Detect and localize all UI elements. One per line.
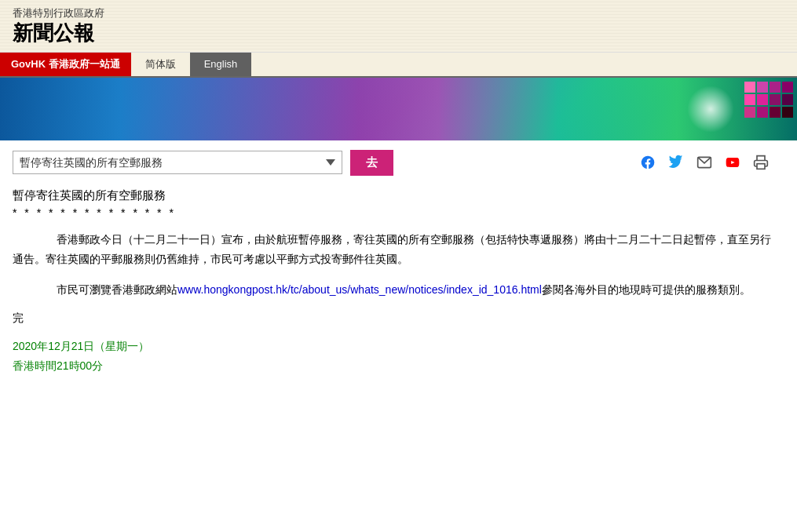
article-paragraph-2: 市民可瀏覽香港郵政網站www.hongkongpost.hk/tc/about_… xyxy=(13,280,773,300)
banner-square-10 xyxy=(770,107,781,118)
banner-square-11 xyxy=(782,107,793,118)
banner-square-6 xyxy=(770,94,781,105)
svg-rect-1 xyxy=(757,164,765,169)
banner-square-2 xyxy=(770,82,781,93)
email-icon[interactable] xyxy=(693,151,716,174)
article-date: 2020年12月21日（星期一） 香港時間21時00分 xyxy=(13,337,773,376)
banner-overlay xyxy=(0,78,797,140)
page-header: 香港特別行政區政府 新聞公報 xyxy=(0,0,797,53)
banner-square-7 xyxy=(782,94,793,105)
hongkongpost-link[interactable]: www.hongkongpost.hk/tc/about_us/whats_ne… xyxy=(177,283,542,296)
social-icons-group xyxy=(636,151,773,174)
article-body: 香港郵政今日（十二月二十一日）宣布，由於航班暫停服務，寄往英國的所有空郵服務（包… xyxy=(13,230,773,301)
date-line1: 2020年12月21日（星期一） xyxy=(13,337,773,356)
english-link[interactable]: English xyxy=(190,53,252,76)
banner-light-accent xyxy=(687,86,734,133)
govhk-nav-item[interactable]: GovHK 香港政府一站通 xyxy=(0,53,131,76)
banner-squares xyxy=(744,82,793,118)
article-dropdown[interactable]: 暫停寄往英國的所有空郵服務 xyxy=(13,151,342,174)
banner-square-9 xyxy=(757,107,768,118)
banner-square-3 xyxy=(782,82,793,93)
youtube-icon[interactable] xyxy=(721,151,744,174)
banner-square-5 xyxy=(757,94,768,105)
content-area: 暫停寄往英國的所有空郵服務 去 暫停寄往英國的所有空郵服務 * * * * * … xyxy=(0,140,785,385)
article-end: 完 xyxy=(13,312,773,326)
banner-square-8 xyxy=(744,107,755,118)
gov-title: 香港特別行政區政府 xyxy=(13,6,784,20)
simplified-chinese-link[interactable]: 简体版 xyxy=(131,53,190,76)
nav-bar: GovHK 香港政府一站通 简体版 English xyxy=(0,53,797,78)
go-button[interactable]: 去 xyxy=(350,150,393,176)
article-title: 暫停寄往英國的所有空郵服務 xyxy=(13,188,773,203)
article-paragraph-1: 香港郵政今日（十二月二十一日）宣布，由於航班暫停服務，寄往英國的所有空郵服務（包… xyxy=(13,230,773,269)
banner-square-1 xyxy=(757,82,768,93)
print-icon[interactable] xyxy=(749,151,773,174)
language-nav: 简体版 English xyxy=(131,53,252,76)
twitter-icon[interactable] xyxy=(664,151,688,174)
main-title: 新聞公報 xyxy=(13,20,784,47)
article-stars: * * * * * * * * * * * * * * xyxy=(13,206,773,219)
banner xyxy=(0,78,797,140)
toolbar-row: 暫停寄往英國的所有空郵服務 去 xyxy=(13,150,773,176)
banner-square-0 xyxy=(744,82,755,93)
para2-before: 市民可瀏覽香港郵政網站 xyxy=(35,283,177,296)
date-line2: 香港時間21時00分 xyxy=(13,356,773,376)
facebook-icon[interactable] xyxy=(636,151,660,174)
para2-after: 參閱各海外目的地現時可提供的服務類別。 xyxy=(542,283,751,296)
banner-square-4 xyxy=(744,94,755,105)
